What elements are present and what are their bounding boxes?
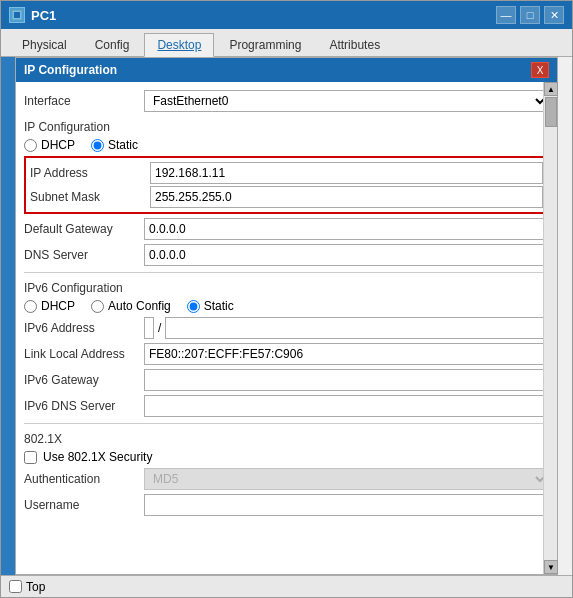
auth-label: Authentication	[24, 472, 144, 486]
dhcp-label: DHCP	[41, 138, 75, 152]
ipv6-gateway-control	[144, 369, 549, 391]
static-radio[interactable]	[91, 139, 104, 152]
content-area: IP Configuration X Interface FastEtherne…	[1, 57, 572, 575]
tab-programming[interactable]: Programming	[216, 33, 314, 56]
ipv6-slash: /	[158, 321, 161, 335]
auth-control: MD5	[144, 468, 549, 490]
use-8021x-label: Use 802.1X Security	[43, 450, 152, 464]
ipv6-address-input[interactable]	[144, 317, 154, 339]
top-label: Top	[26, 580, 45, 594]
ip-config-dialog: IP Configuration X Interface FastEtherne…	[15, 57, 558, 575]
ipv6-address-label: IPv6 Address	[24, 321, 144, 335]
ipv6-address-fields: /	[144, 317, 549, 339]
minimize-button[interactable]: —	[496, 6, 516, 24]
scroll-up-arrow[interactable]: ▲	[544, 82, 558, 96]
default-gateway-control	[144, 218, 549, 240]
scroll-down-arrow[interactable]: ▼	[544, 560, 558, 574]
ipv6-dns-input[interactable]	[144, 395, 549, 417]
use-8021x-row: Use 802.1X Security	[24, 450, 549, 464]
highlighted-ip-section: IP Address Subnet Mask	[24, 156, 549, 214]
auth-select[interactable]: MD5	[144, 468, 549, 490]
scrollbar[interactable]: ▲ ▼	[543, 82, 557, 574]
tab-bar: Physical Config Desktop Programming Attr…	[1, 29, 572, 57]
ipv6-gateway-input[interactable]	[144, 369, 549, 391]
dialog-title-bar: IP Configuration X	[16, 58, 557, 82]
static-label: Static	[108, 138, 138, 152]
maximize-button[interactable]: □	[520, 6, 540, 24]
link-local-row: Link Local Address	[24, 343, 549, 365]
interface-row: Interface FastEthernet0	[24, 90, 549, 112]
ip-config-section-title: IP Configuration	[24, 120, 549, 134]
ipv6-dhcp-option[interactable]: DHCP	[24, 299, 75, 313]
ipv6-dns-label: IPv6 DNS Server	[24, 399, 144, 413]
ipv6-auto-label: Auto Config	[108, 299, 171, 313]
dns-server-control	[144, 244, 549, 266]
close-button[interactable]: ✕	[544, 6, 564, 24]
ipv6-static-label: Static	[204, 299, 234, 313]
window-controls: — □ ✕	[496, 6, 564, 24]
svg-rect-1	[14, 12, 20, 18]
ipv6-gateway-label: IPv6 Gateway	[24, 373, 144, 387]
tab-attributes[interactable]: Attributes	[316, 33, 393, 56]
scroll-thumb[interactable]	[545, 97, 557, 127]
dns-server-input[interactable]	[144, 244, 549, 266]
window-icon	[9, 7, 25, 23]
ip-mode-radio-group: DHCP Static	[24, 138, 549, 152]
dialog-close-button[interactable]: X	[531, 62, 549, 78]
top-checkbox-row: Top	[9, 580, 45, 594]
use-8021x-checkbox[interactable]	[24, 451, 37, 464]
dns-server-row: DNS Server	[24, 244, 549, 266]
interface-select[interactable]: FastEthernet0	[144, 90, 549, 112]
ipv6-address-row: IPv6 Address /	[24, 317, 549, 339]
dialog-body: Interface FastEthernet0 IP Configuration	[16, 82, 557, 574]
default-gateway-input[interactable]	[144, 218, 549, 240]
ipv6-auto-radio[interactable]	[91, 300, 104, 313]
8021x-section-title: 802.1X	[24, 432, 549, 446]
link-local-input[interactable]	[144, 343, 549, 365]
ip-address-input[interactable]	[150, 162, 543, 184]
dhcp-radio-option[interactable]: DHCP	[24, 138, 75, 152]
ipv6-auto-option[interactable]: Auto Config	[91, 299, 171, 313]
tab-config[interactable]: Config	[82, 33, 143, 56]
ipv6-dhcp-label: DHCP	[41, 299, 75, 313]
username-row: Username	[24, 494, 549, 516]
window-title: PC1	[31, 8, 490, 23]
link-local-control	[144, 343, 549, 365]
main-window: PC1 — □ ✕ Physical Config Desktop Progra…	[0, 0, 573, 598]
subnet-mask-row: Subnet Mask	[30, 186, 543, 208]
default-gateway-label: Default Gateway	[24, 222, 144, 236]
title-bar: PC1 — □ ✕	[1, 1, 572, 29]
ip-address-row: IP Address	[30, 162, 543, 184]
static-radio-option[interactable]: Static	[91, 138, 138, 152]
section-divider-2	[24, 423, 549, 424]
ipv6-dhcp-radio[interactable]	[24, 300, 37, 313]
dns-server-label: DNS Server	[24, 248, 144, 262]
ipv6-static-option[interactable]: Static	[187, 299, 234, 313]
link-local-label: Link Local Address	[24, 347, 144, 361]
ip-address-control	[150, 162, 543, 184]
bottom-bar: Top	[1, 575, 572, 597]
dhcp-radio[interactable]	[24, 139, 37, 152]
section-divider-1	[24, 272, 549, 273]
ipv6-dns-control	[144, 395, 549, 417]
ipv6-dns-row: IPv6 DNS Server	[24, 395, 549, 417]
top-checkbox[interactable]	[9, 580, 22, 593]
ipv6-gateway-row: IPv6 Gateway	[24, 369, 549, 391]
ip-address-label: IP Address	[30, 166, 150, 180]
ipv6-mode-radio-group: DHCP Auto Config Static	[24, 299, 549, 313]
default-gateway-row: Default Gateway	[24, 218, 549, 240]
subnet-mask-input[interactable]	[150, 186, 543, 208]
ipv6-prefix-input[interactable]	[165, 317, 549, 339]
tab-desktop[interactable]: Desktop	[144, 33, 214, 57]
ipv6-section-title: IPv6 Configuration	[24, 281, 549, 295]
main-content: IP Configuration X Interface FastEtherne…	[15, 57, 572, 575]
ipv6-address-control: /	[144, 317, 549, 339]
ipv6-static-radio[interactable]	[187, 300, 200, 313]
scroll-track	[544, 96, 557, 560]
tab-physical[interactable]: Physical	[9, 33, 80, 56]
sidebar-left	[1, 57, 15, 575]
dialog-title: IP Configuration	[24, 63, 531, 77]
username-input[interactable]	[144, 494, 549, 516]
interface-control: FastEthernet0	[144, 90, 549, 112]
subnet-mask-label: Subnet Mask	[30, 190, 150, 204]
